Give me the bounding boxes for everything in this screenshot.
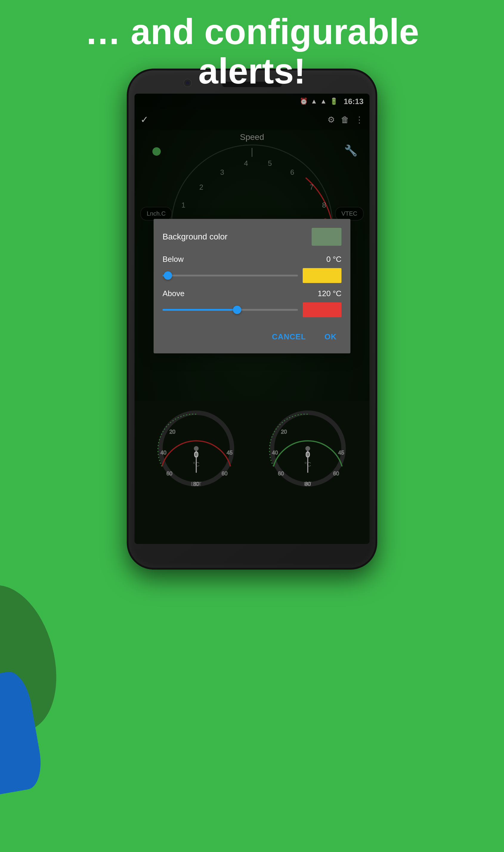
above-color-chip[interactable]	[303, 302, 341, 317]
below-slider-wrapper[interactable]	[163, 270, 298, 282]
dialog-overlay: Background color Below 0 °C	[134, 94, 370, 544]
cancel-button[interactable]: CANCEL	[267, 329, 311, 344]
below-slider-container	[163, 268, 341, 283]
phone-body: ⏰ ▲ ▲ 🔋 16:13 ✓ ⚙ 🗑 ⋮	[127, 69, 377, 569]
above-section: Above 120 °C	[163, 289, 341, 317]
header-text: … and configurable alerts!	[0, 6, 504, 97]
dialog-header: Background color	[163, 228, 341, 246]
above-slider-container	[163, 302, 341, 317]
below-value: 0 °C	[326, 255, 341, 264]
above-value: 120 °C	[318, 289, 341, 298]
dialog-actions: CANCEL OK	[163, 329, 341, 344]
below-section: Below 0 °C	[163, 255, 341, 283]
above-slider-thumb[interactable]	[233, 306, 241, 314]
above-slider-track	[163, 309, 298, 311]
below-slider-thumb[interactable]	[164, 271, 172, 280]
below-slider-track	[163, 275, 298, 276]
above-slider-wrapper[interactable]	[163, 304, 298, 316]
ok-button[interactable]: OK	[320, 329, 341, 344]
dialog-title: Background color	[163, 232, 228, 241]
header-line1: … and configurable	[12, 12, 492, 51]
above-slider-fill	[163, 309, 237, 311]
phone-device: ⏰ ▲ ▲ 🔋 16:13 ✓ ⚙ 🗑 ⋮	[127, 69, 377, 569]
phone-screen: ⏰ ▲ ▲ 🔋 16:13 ✓ ⚙ 🗑 ⋮	[134, 94, 370, 544]
below-color-chip[interactable]	[303, 268, 341, 283]
below-header: Below 0 °C	[163, 255, 341, 264]
below-label: Below	[163, 255, 184, 264]
background-color-dialog: Background color Below 0 °C	[154, 219, 350, 354]
above-label: Above	[163, 289, 185, 298]
above-header: Above 120 °C	[163, 289, 341, 298]
background-color-swatch[interactable]	[312, 228, 341, 246]
header-line2: alerts!	[12, 51, 492, 91]
